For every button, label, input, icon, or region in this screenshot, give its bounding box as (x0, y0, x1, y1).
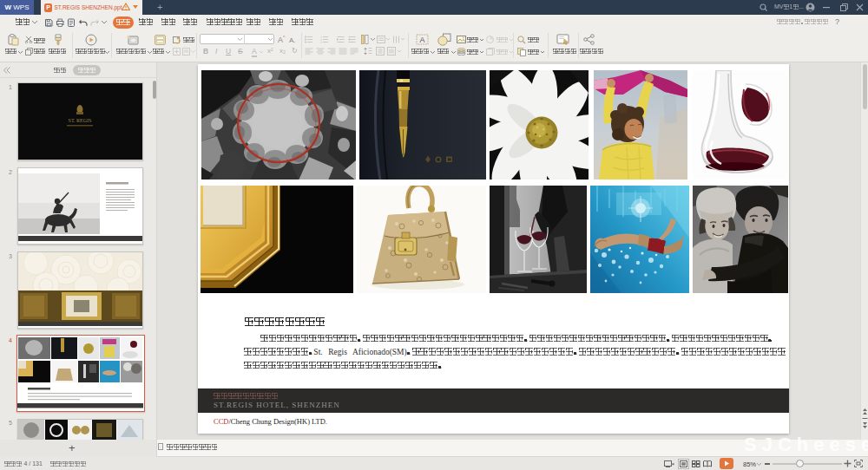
svg-text:A: A (419, 36, 424, 44)
svg-text:ST. REGIS: ST. REGIS (69, 118, 92, 123)
